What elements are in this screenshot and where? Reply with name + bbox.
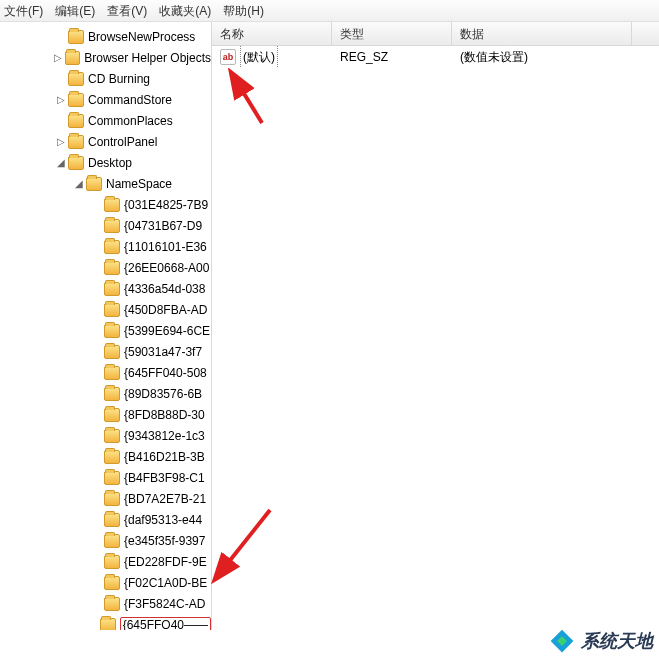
tree-node[interactable]: {e345f35f-9397 (0, 530, 211, 551)
expand-icon[interactable]: ▷ (54, 136, 68, 147)
tree-node[interactable]: ▷Browser Helper Objects (0, 47, 211, 68)
tree-label: Desktop (88, 156, 132, 170)
tree-node[interactable]: {645FFO40—— (0, 614, 211, 630)
folder-icon (104, 366, 120, 380)
tree-node[interactable]: {B416D21B-3B (0, 446, 211, 467)
tree-label: {BD7A2E7B-21 (124, 492, 206, 506)
folder-icon (104, 219, 120, 233)
tree-label: ControlPanel (88, 135, 157, 149)
col-data[interactable]: 数据 (452, 22, 632, 45)
tree-node[interactable]: {ED228FDF-9E (0, 551, 211, 572)
folder-icon (86, 177, 102, 191)
value-row[interactable]: ab (默认) REG_SZ (数值未设置) (212, 46, 659, 68)
folder-icon (68, 114, 84, 128)
tree-label: {450D8FBA-AD (124, 303, 207, 317)
tree-node[interactable]: ◢Desktop (0, 152, 211, 173)
tree-node[interactable]: {450D8FBA-AD (0, 299, 211, 320)
collapse-icon[interactable]: ◢ (72, 178, 86, 189)
tree-node[interactable]: {11016101-E36 (0, 236, 211, 257)
tree-label: {daf95313-e44 (124, 513, 202, 527)
folder-icon (100, 618, 115, 631)
tree-label: CommandStore (88, 93, 172, 107)
folder-icon (104, 534, 120, 548)
tree-node[interactable]: {031E4825-7B9 (0, 194, 211, 215)
column-headers[interactable]: 名称 类型 数据 (212, 22, 659, 46)
value-list-pane[interactable]: 名称 类型 数据 ab (默认) REG_SZ (数值未设置) (212, 22, 659, 630)
folder-icon (104, 387, 120, 401)
svg-line-0 (232, 74, 262, 123)
tree-label: {9343812e-1c3 (124, 429, 205, 443)
tree-label: {26EE0668-A00 (124, 261, 209, 275)
folder-icon (68, 93, 84, 107)
tree-label: {F3F5824C-AD (124, 597, 205, 611)
tree-node[interactable]: {BD7A2E7B-21 (0, 488, 211, 509)
tree-node[interactable]: {4336a54d-038 (0, 278, 211, 299)
folder-icon (104, 282, 120, 296)
expand-icon[interactable]: ▷ (52, 52, 65, 63)
tree-label: {ED228FDF-9E (124, 555, 207, 569)
folder-icon (104, 408, 120, 422)
tree-node[interactable]: {645FF040-508 (0, 362, 211, 383)
menu-view[interactable]: 查看(V) (107, 0, 147, 21)
tree-label: {645FFO40—— (120, 617, 211, 631)
folder-icon (104, 261, 120, 275)
tree-node[interactable]: {89D83576-6B (0, 383, 211, 404)
menu-edit[interactable]: 编辑(E) (55, 0, 95, 21)
folder-icon (104, 429, 120, 443)
folder-icon (104, 555, 120, 569)
tree-label: {F02C1A0D-BE (124, 576, 207, 590)
string-value-icon: ab (220, 49, 236, 65)
menu-file[interactable]: 文件(F) (4, 0, 43, 21)
folder-icon (68, 72, 84, 86)
tree-label: Browser Helper Objects (84, 51, 211, 65)
tree-node[interactable]: ◢NameSpace (0, 173, 211, 194)
tree-node[interactable]: BrowseNewProcess (0, 26, 211, 47)
folder-icon (68, 156, 84, 170)
tree-node[interactable]: CD Burning (0, 68, 211, 89)
tree-label: {B416D21B-3B (124, 450, 205, 464)
tree-node[interactable]: {F3F5824C-AD (0, 593, 211, 614)
tree-pane[interactable]: BrowseNewProcess▷Browser Helper ObjectsC… (0, 22, 212, 630)
value-name: (默认) (240, 46, 278, 68)
folder-icon (104, 324, 120, 338)
tree-label: {e345f35f-9397 (124, 534, 205, 548)
menu-favorites[interactable]: 收藏夹(A) (159, 0, 211, 21)
tree-node[interactable]: {9343812e-1c3 (0, 425, 211, 446)
col-name[interactable]: 名称 (212, 22, 332, 45)
tree-node[interactable]: {8FD8B88D-30 (0, 404, 211, 425)
tree-label: {89D83576-6B (124, 387, 202, 401)
tree-node[interactable]: {04731B67-D9 (0, 215, 211, 236)
content-split: BrowseNewProcess▷Browser Helper ObjectsC… (0, 22, 659, 630)
col-type[interactable]: 类型 (332, 22, 452, 45)
folder-icon (65, 51, 80, 65)
folder-icon (104, 240, 120, 254)
tree-node[interactable]: {daf95313-e44 (0, 509, 211, 530)
tree-label: {5399E694-6CE (124, 324, 210, 338)
folder-icon (104, 576, 120, 590)
tree-node[interactable]: {26EE0668-A00 (0, 257, 211, 278)
tree-node[interactable]: {F02C1A0D-BE (0, 572, 211, 593)
tree-label: CommonPlaces (88, 114, 173, 128)
tree-label: {031E4825-7B9 (124, 198, 208, 212)
tree-node[interactable]: {59031a47-3f7 (0, 341, 211, 362)
folder-icon (68, 30, 84, 44)
expand-icon[interactable]: ▷ (54, 94, 68, 105)
watermark-icon (549, 628, 575, 654)
value-type: REG_SZ (332, 46, 452, 68)
collapse-icon[interactable]: ◢ (54, 157, 68, 168)
folder-icon (104, 513, 120, 527)
tree-node[interactable]: ▷ControlPanel (0, 131, 211, 152)
tree-node[interactable]: ▷CommandStore (0, 89, 211, 110)
tree-node[interactable]: CommonPlaces (0, 110, 211, 131)
tree-node[interactable]: {5399E694-6CE (0, 320, 211, 341)
tree-label: {59031a47-3f7 (124, 345, 202, 359)
tree-label: {04731B67-D9 (124, 219, 202, 233)
tree-label: BrowseNewProcess (88, 30, 195, 44)
watermark: 系统天地 (549, 628, 653, 654)
folder-icon (104, 492, 120, 506)
watermark-text: 系统天地 (581, 629, 653, 653)
tree-label: {4336a54d-038 (124, 282, 205, 296)
folder-icon (68, 135, 84, 149)
menu-help[interactable]: 帮助(H) (223, 0, 264, 21)
tree-node[interactable]: {B4FB3F98-C1 (0, 467, 211, 488)
